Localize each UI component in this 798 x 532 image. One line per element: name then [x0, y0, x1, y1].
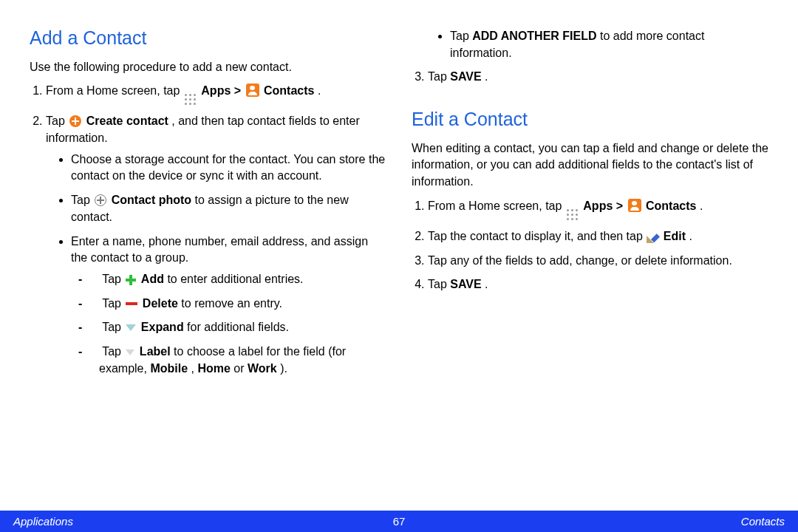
contacts-icon: [628, 199, 641, 212]
text: Tap: [102, 297, 124, 310]
bullet-photo: Tap Contact photo to assign a picture to…: [71, 192, 386, 225]
text: .: [700, 200, 703, 212]
contacts-label: Contacts: [264, 84, 314, 97]
add-another-field-label: ADD ANOTHER FIELD: [472, 30, 596, 42]
text: From a Home screen, tap: [46, 84, 183, 97]
page-footer: Applications 67 Contacts: [0, 511, 798, 532]
intro-text: Use the following procedure to add a new…: [30, 59, 386, 76]
mobile-label: Mobile: [150, 362, 188, 375]
text: Tap: [102, 273, 124, 285]
text: From a Home screen, tap: [428, 200, 565, 212]
text: .: [485, 70, 488, 83]
edit-contact-steps: From a Home screen, tap Apps > Contacts …: [412, 198, 768, 293]
text: Tap: [102, 321, 124, 333]
content-columns: Add a Contact Use the following procedur…: [0, 0, 798, 502]
apps-label: Apps: [583, 200, 613, 212]
edit-intro: When editing a contact, you can tap a fi…: [412, 140, 768, 191]
apps-label: Apps: [201, 84, 231, 97]
bullet-add-another: Tap ADD ANOTHER FIELD to add more contac…: [450, 28, 768, 61]
user-manual-page: Add a Contact Use the following procedur…: [0, 0, 798, 532]
expand-label: Expand: [141, 321, 184, 333]
contact-photo-label: Contact photo: [112, 194, 191, 206]
add-contact-steps: From a Home screen, tap Apps > Contacts …: [30, 83, 386, 377]
edit-step-4: Tap SAVE .: [428, 276, 768, 293]
step2-sublist: Choose a storage account for the contact…: [46, 151, 386, 378]
edit-step-2: Tap the contact to display it, and then …: [428, 228, 768, 245]
dash-delete: Tap Delete to remove an entry.: [89, 296, 386, 313]
text: to enter additional entries.: [167, 273, 303, 285]
bullet-fields: Enter a name, phone number, email addres…: [71, 233, 386, 378]
text: Tap: [71, 194, 93, 206]
add-label: Add: [141, 273, 164, 285]
contacts-label: Contacts: [646, 200, 696, 212]
text: >: [616, 200, 627, 212]
add-contact-steps-continued: Tap SAVE .: [412, 69, 768, 86]
home-label: Home: [197, 362, 230, 375]
column-left: Add a Contact Use the following procedur…: [30, 25, 386, 502]
create-icon: [69, 115, 81, 127]
text: >: [234, 84, 245, 97]
heading-add-contact: Add a Contact: [30, 25, 386, 52]
contacts-icon: [246, 83, 259, 97]
create-contact-label: Create contact: [86, 115, 168, 127]
delete-label: Delete: [143, 297, 178, 310]
delete-icon: [126, 302, 137, 305]
apps-icon: [567, 209, 579, 221]
text: .: [689, 230, 692, 242]
edit-label: Edit: [664, 230, 686, 242]
text: .: [485, 278, 488, 290]
bullet-storage: Choose a storage account for the contact…: [71, 151, 386, 185]
add-icon: [126, 275, 136, 285]
apps-icon: [185, 94, 197, 106]
column-right: Tap ADD ANOTHER FIELD to add more contac…: [412, 25, 768, 502]
expand-icon: [126, 324, 136, 331]
save-label: SAVE: [450, 278, 481, 290]
step-2: Tap Create contact , and then tap contac…: [46, 113, 386, 377]
text: .: [318, 84, 321, 97]
step-1: From a Home screen, tap Apps > Contacts …: [46, 83, 386, 106]
text: Tap: [102, 345, 124, 358]
footer-page-number: 67: [0, 515, 798, 528]
dash-add: Tap Add to enter additional entries.: [89, 271, 386, 288]
text: Tap: [450, 30, 472, 42]
edit-step-1: From a Home screen, tap Apps > Contacts …: [428, 198, 768, 221]
work-label: Work: [248, 362, 277, 375]
text: Tap: [428, 70, 450, 83]
step-3: Tap SAVE .: [428, 69, 768, 86]
label-label: Label: [140, 345, 171, 358]
text: for additional fields.: [187, 321, 289, 333]
edit-pencil-icon: [647, 231, 658, 242]
dash-expand: Tap Expand for additional fields.: [89, 319, 386, 336]
heading-edit-contact: Edit a Contact: [412, 106, 768, 133]
continued-bullets: Tap ADD ANOTHER FIELD to add more contac…: [412, 28, 768, 61]
text: or: [233, 362, 248, 375]
text: ).: [280, 362, 287, 375]
text: Enter a name, phone number, email addres…: [71, 235, 368, 265]
dash-label: Tap Label to choose a label for the fiel…: [89, 344, 386, 377]
text: Tap: [428, 278, 450, 290]
text: Tap the contact to display it, and then …: [428, 230, 646, 242]
save-label: SAVE: [450, 70, 481, 83]
text: Tap: [46, 115, 68, 127]
field-actions: Tap Add to enter additional entries. Tap…: [71, 271, 386, 378]
contact-photo-icon: [95, 194, 106, 206]
text: to remove an entry.: [181, 297, 282, 310]
edit-step-3: Tap any of the fields to add, change, or…: [428, 253, 768, 270]
label-caret-icon: [126, 349, 134, 355]
